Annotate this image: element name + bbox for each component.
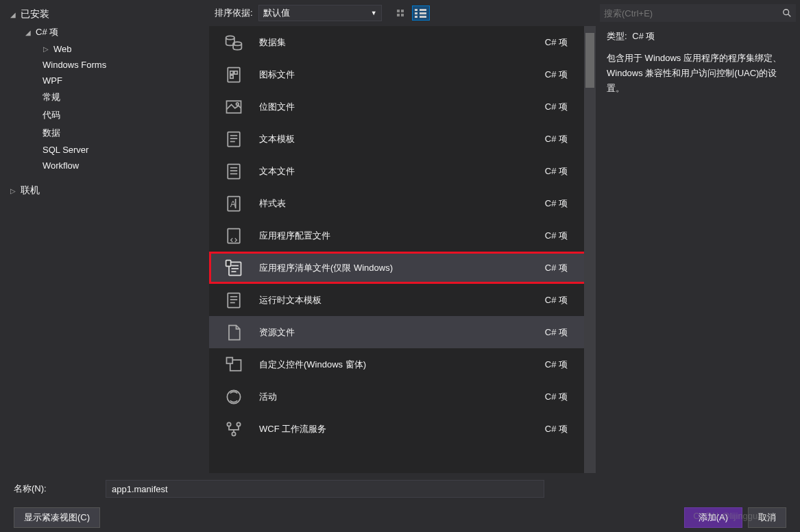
tree-label: 数据 xyxy=(43,127,60,139)
tree-item-sqlserver[interactable]: SQL Server xyxy=(0,142,209,158)
detail-description: 包含用于 Windows 应用程序的程序集绑定、Windows 兼容性和用户访问… xyxy=(607,51,789,96)
template-item[interactable]: WCF 工作流服务C# 项 xyxy=(209,413,596,445)
svg-rect-24 xyxy=(226,260,231,266)
resource-icon xyxy=(223,322,244,343)
caret-right-icon xyxy=(43,45,49,53)
template-item-tag: C# 项 xyxy=(545,423,568,435)
view-list-button[interactable] xyxy=(412,5,430,21)
template-list[interactable]: 数据集C# 项图标文件C# 项位图文件C# 项文本模板C# 项文本文件C# 项A… xyxy=(209,26,596,473)
tree-item-general[interactable]: 常规 xyxy=(0,88,209,106)
template-item[interactable]: 自定义控件(Windows 窗体)C# 项 xyxy=(209,348,596,380)
tree-label: C# 项 xyxy=(36,26,58,38)
search-box[interactable] xyxy=(600,4,796,22)
template-item[interactable]: 运行时文本模板C# 项 xyxy=(209,284,596,316)
svg-point-0 xyxy=(226,36,234,39)
template-item-label: WCF 工作流服务 xyxy=(259,423,545,435)
tree-label: Windows Forms xyxy=(43,60,106,70)
template-item-label: 样式表 xyxy=(259,197,545,210)
detail-panel: 类型: C# 项 包含用于 Windows 应用程序的程序集绑定、Windows… xyxy=(596,29,800,96)
template-item[interactable]: 应用程序配置文件C# 项 xyxy=(209,219,596,252)
template-item-tag: C# 项 xyxy=(545,69,568,81)
template-item-tag: C# 项 xyxy=(545,391,568,403)
template-item-label: 应用程序清单文件(仅限 Windows) xyxy=(259,262,545,274)
tree-item-wpf[interactable]: WPF xyxy=(0,73,209,88)
toolbar: 排序依据: 默认值 ▼ xyxy=(209,0,596,26)
footer: 名称(N): 显示紧凑视图(C) 添加(A) 取消 xyxy=(0,473,800,531)
template-item-tag: C# 项 xyxy=(545,165,568,178)
template-item-tag: C# 项 xyxy=(545,294,568,306)
activity-icon xyxy=(223,387,244,407)
add-button[interactable]: 添加(A) xyxy=(684,507,742,528)
template-item-tag: C# 项 xyxy=(545,230,568,242)
tree-csharp[interactable]: C# 项 xyxy=(0,23,209,41)
scrollbar-thumb[interactable] xyxy=(585,33,594,88)
tree-label: SQL Server xyxy=(43,145,88,155)
template-item-label: 位图文件 xyxy=(259,101,545,113)
template-item[interactable]: 资源文件C# 项 xyxy=(209,316,596,348)
template-item-tag: C# 项 xyxy=(545,326,568,339)
view-grid-button[interactable] xyxy=(391,5,409,21)
cancel-button[interactable]: 取消 xyxy=(748,507,786,528)
bitmap-icon xyxy=(223,97,244,117)
tree-item-data[interactable]: 数据 xyxy=(0,124,209,142)
svg-rect-4 xyxy=(234,71,237,73)
tree-label: 联机 xyxy=(21,184,40,197)
svg-point-34 xyxy=(232,432,235,435)
name-input[interactable] xyxy=(106,480,544,498)
icon-file-icon xyxy=(223,64,244,85)
template-item[interactable]: 文本模板C# 项 xyxy=(209,123,596,155)
svg-rect-3 xyxy=(230,71,233,73)
search-input[interactable] xyxy=(604,8,782,19)
template-item[interactable]: 活动C# 项 xyxy=(209,380,596,413)
template-item-tag: C# 项 xyxy=(545,262,568,274)
tree-label: 常规 xyxy=(43,91,60,104)
search-icon xyxy=(782,8,792,18)
template-item[interactable]: 数据集C# 项 xyxy=(209,26,596,58)
tree-item-workflow[interactable]: Workflow xyxy=(0,158,209,173)
template-item-label: 自定义控件(Windows 窗体) xyxy=(259,359,545,371)
wcf-icon xyxy=(223,419,244,439)
template-item-label: 资源文件 xyxy=(259,326,545,339)
scrollbar[interactable] xyxy=(584,26,596,473)
sort-by-value: 默认值 xyxy=(263,7,290,19)
detail-type-value: C# 项 xyxy=(632,31,655,41)
tree-installed[interactable]: 已安装 xyxy=(0,5,209,23)
dataset-icon xyxy=(223,32,244,53)
template-item-tag: C# 项 xyxy=(545,101,568,113)
compact-view-button[interactable]: 显示紧凑视图(C) xyxy=(14,507,100,528)
grid-icon xyxy=(397,10,404,16)
text-template-icon xyxy=(223,129,244,149)
tree-item-web[interactable]: Web xyxy=(0,41,209,57)
tree-label: 已安装 xyxy=(21,8,49,21)
sort-by-combo[interactable]: 默认值 ▼ xyxy=(258,5,382,21)
tree-item-code[interactable]: 代码 xyxy=(0,106,209,124)
svg-point-32 xyxy=(227,422,230,426)
template-item-label: 应用程序配置文件 xyxy=(259,230,545,242)
svg-point-35 xyxy=(784,10,789,15)
template-item[interactable]: 位图文件C# 项 xyxy=(209,90,596,123)
svg-point-31 xyxy=(227,390,240,403)
caret-down-icon xyxy=(10,11,16,19)
tree-label: Web xyxy=(53,44,72,54)
svg-rect-19 xyxy=(228,228,240,243)
stylesheet-icon: A xyxy=(223,193,244,214)
sort-by-label: 排序依据: xyxy=(215,7,253,19)
template-item-label: 数据集 xyxy=(259,36,545,49)
name-label: 名称(N): xyxy=(14,483,96,495)
template-item[interactable]: 图标文件C# 项 xyxy=(209,58,596,90)
svg-point-33 xyxy=(237,422,240,426)
caret-right-icon xyxy=(10,187,16,195)
manifest-icon xyxy=(223,258,244,278)
template-item-tag: C# 项 xyxy=(545,359,568,371)
template-item[interactable]: A样式表C# 项 xyxy=(209,187,596,219)
tree-item-winforms[interactable]: Windows Forms xyxy=(0,57,209,73)
template-item[interactable]: 应用程序清单文件(仅限 Windows)C# 项 xyxy=(209,252,596,284)
caret-down-icon xyxy=(25,29,32,36)
template-item-tag: C# 项 xyxy=(545,36,568,49)
svg-line-36 xyxy=(788,14,791,17)
template-item[interactable]: 文本文件C# 项 xyxy=(209,155,596,187)
tree-online[interactable]: 联机 xyxy=(0,182,209,200)
tree-label: 代码 xyxy=(43,109,60,121)
list-icon xyxy=(415,9,426,18)
tree-label: WPF xyxy=(43,75,62,86)
